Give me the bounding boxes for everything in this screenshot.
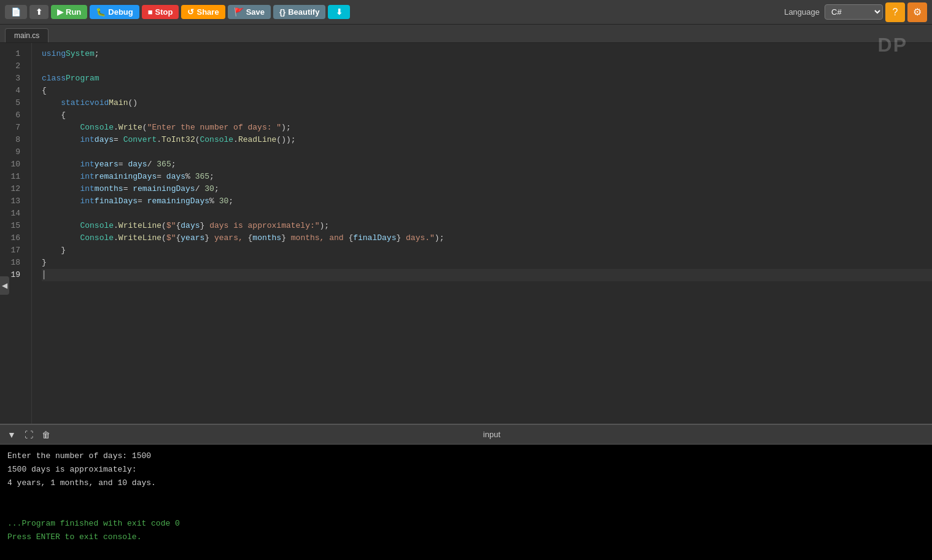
console-clear-button[interactable]: 🗑	[39, 429, 53, 441]
line-num-4: 4	[0, 85, 25, 97]
run-label: Run	[66, 7, 81, 17]
output-line-2: 1500 days is approximately:	[7, 463, 925, 476]
line-num-7: 7	[0, 122, 25, 134]
console-panel: ▼ ⛶ 🗑 input Enter the number of days: 15…	[0, 424, 932, 560]
console-collapse-button[interactable]: ▼	[5, 429, 18, 441]
line-num-13: 13	[0, 195, 25, 208]
upload-button[interactable]: ⬆	[29, 5, 49, 19]
stop-button[interactable]: ■ Stop	[142, 5, 179, 19]
code-line-7: Console.Write("Enter the number of days:…	[42, 122, 932, 134]
editor-container: ◀ 1 2 3 4 5 6 7 8 9 10 11 12 13 14 15 16…	[0, 43, 932, 424]
tab-label: main.cs	[14, 31, 39, 40]
output-line-5	[7, 504, 925, 517]
line-num-3: 3	[0, 72, 25, 85]
output-line-4	[7, 490, 925, 504]
line-num-5: 5	[0, 97, 25, 109]
console-output: Enter the number of days: 1500 1500 days…	[0, 445, 932, 560]
code-line-15: Console.WriteLine($"{days} days is appro…	[42, 220, 932, 232]
upload-icon: ⬆	[36, 7, 42, 17]
help-icon: ?	[893, 7, 898, 18]
console-expand-button[interactable]: ⛶	[22, 429, 36, 441]
file-icon: 📄	[11, 7, 21, 17]
code-area[interactable]: using System; class Program { static voi…	[32, 43, 932, 424]
tab-bar: main.cs	[0, 25, 932, 43]
toolbar: 📄 ⬆ ▶ Run 🐛 Debug ■ Stop ↺ Share 🚩 Save …	[0, 0, 932, 25]
download-button[interactable]: ⬇	[328, 5, 350, 19]
output-line-1: Enter the number of days: 1500	[7, 449, 925, 463]
output-line-7: Press ENTER to exit console.	[7, 531, 925, 544]
stop-label: Stop	[155, 7, 173, 17]
beautify-label: Beautify	[288, 7, 319, 17]
line-num-11: 11	[0, 171, 25, 183]
code-line-17: }	[42, 244, 932, 257]
help-button[interactable]: ?	[885, 2, 905, 22]
code-line-11: int remainingDays = days % 365;	[42, 171, 932, 183]
line-num-8: 8	[0, 134, 25, 146]
line-num-1: 1	[0, 48, 25, 60]
code-line-1: using System;	[42, 48, 932, 60]
save-icon: 🚩	[234, 7, 244, 17]
left-panel-toggle[interactable]: ◀	[0, 276, 9, 295]
code-line-3: class Program	[42, 72, 932, 85]
code-line-8: int days = Convert.ToInt32(Console.ReadL…	[42, 134, 932, 146]
code-line-6: {	[42, 109, 932, 122]
code-line-12: int months = remainingDays / 30;	[42, 183, 932, 195]
line-num-12: 12	[0, 183, 25, 195]
line-num-16: 16	[0, 232, 25, 244]
stop-icon: ■	[148, 7, 153, 17]
code-line-18: }	[42, 257, 932, 269]
line-num-10: 10	[0, 158, 25, 171]
line-num-14: 14	[0, 208, 25, 220]
code-line-10: int years = days / 365;	[42, 158, 932, 171]
beautify-button[interactable]: {} Beautify	[273, 5, 325, 19]
beautify-icon: {}	[279, 7, 285, 17]
line-num-6: 6	[0, 109, 25, 122]
main-tab[interactable]: main.cs	[5, 28, 49, 42]
code-line-9	[42, 146, 932, 158]
save-button[interactable]: 🚩 Save	[228, 5, 271, 19]
line-num-18: 18	[0, 257, 25, 269]
debug-icon: 🐛	[96, 7, 106, 17]
download-icon: ⬇	[336, 7, 343, 17]
share-icon: ↺	[187, 7, 194, 17]
code-line-2	[42, 60, 932, 72]
settings-icon: ⚙	[913, 6, 922, 18]
console-title: input	[56, 430, 927, 439]
output-line-6: ...Program finished with exit code 0	[7, 517, 925, 531]
code-line-19: │	[42, 269, 932, 281]
code-line-14	[42, 208, 932, 220]
line-num-2: 2	[0, 60, 25, 72]
language-select[interactable]: C# Java Python C++ JavaScript	[825, 4, 883, 20]
run-button[interactable]: ▶ Run	[51, 5, 87, 19]
line-num-15: 15	[0, 220, 25, 232]
code-line-13: int finalDays = remainingDays % 30;	[42, 195, 932, 208]
file-button[interactable]: 📄	[5, 5, 27, 19]
code-line-16: Console.WriteLine($"{years} years, {mont…	[42, 232, 932, 244]
code-line-5: static void Main()	[42, 97, 932, 109]
line-numbers: 1 2 3 4 5 6 7 8 9 10 11 12 13 14 15 16 1…	[0, 43, 32, 424]
code-line-4: {	[42, 85, 932, 97]
line-num-9: 9	[0, 146, 25, 158]
share-label: Share	[196, 7, 219, 17]
debug-label: Debug	[108, 7, 133, 17]
settings-button[interactable]: ⚙	[907, 2, 927, 22]
console-header: ▼ ⛶ 🗑 input	[0, 425, 932, 445]
debug-button[interactable]: 🐛 Debug	[90, 5, 139, 19]
run-icon: ▶	[57, 7, 63, 17]
line-num-17: 17	[0, 244, 25, 257]
output-line-3: 4 years, 1 months, and 10 days.	[7, 476, 925, 490]
share-button[interactable]: ↺ Share	[181, 5, 225, 19]
save-label: Save	[246, 7, 265, 17]
language-label: Language	[784, 7, 820, 17]
